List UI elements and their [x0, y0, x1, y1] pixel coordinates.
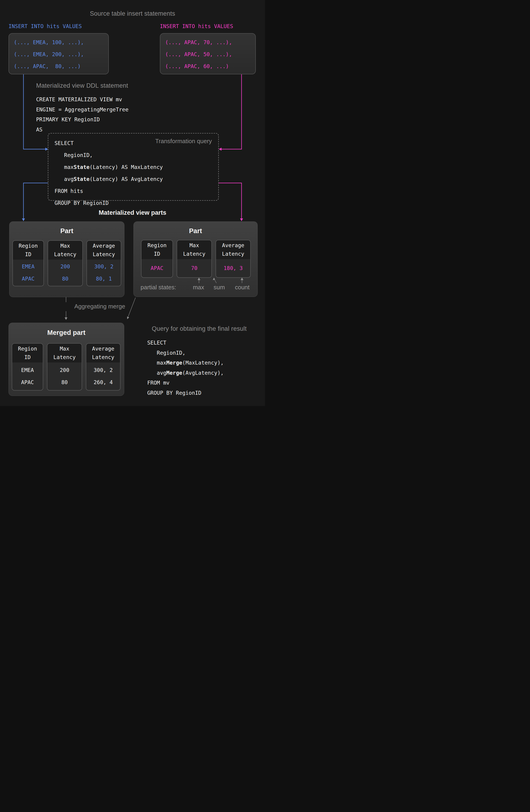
merged-part-title: Merged part: [9, 329, 124, 336]
ddl-title: Materialized view DDL statement: [36, 82, 128, 89]
column-card: Region ID EMEA APAC: [12, 240, 44, 286]
transformation-label: Transformation query: [155, 137, 212, 145]
column-header: Average Latency: [86, 344, 120, 362]
partial-annotation-count: count: [235, 284, 250, 291]
part-left-title: Part: [10, 227, 124, 235]
column-values: 70: [177, 259, 211, 277]
diagram-canvas: Source table insert statements INSERT IN…: [0, 0, 265, 406]
ddl-code: CREATE MATERIALIZED VIEW mvENGINE = Aggr…: [36, 95, 129, 135]
column-values: APAC: [142, 259, 173, 277]
column-values: EMEA APAC: [13, 260, 43, 286]
column-header: Max Latency: [48, 241, 82, 260]
column-card: Max Latency 200 80: [47, 343, 82, 391]
final-query-code: SELECT RegionID, maxMerge(MaxLatency), a…: [147, 338, 224, 398]
column-values: 200 80: [48, 260, 82, 286]
part-box-right: Part Region ID APAC Max Latency 70: [133, 221, 257, 297]
part-box-left: Part Region ID EMEA APAC Max Latency 200: [9, 221, 124, 297]
merged-part-cards: Region ID EMEA APAC Max Latency 200 80: [12, 343, 120, 391]
insert-left-box: (..., EMEA, 100, ...),(..., EMEA, 200, .…: [9, 33, 109, 74]
insert-right-label: INSERT INTO hits VALUES: [160, 23, 233, 29]
column-values: 200 80: [47, 362, 82, 390]
merged-part-box: Merged part Region ID EMEA APAC Max Late…: [9, 323, 124, 396]
column-card: Average Latency 300, 2 260, 4: [86, 343, 120, 391]
partial-annotation-max: max: [193, 284, 204, 291]
pink-out-arrowhead: [240, 218, 243, 221]
column-card: Max Latency 70: [177, 240, 212, 278]
insert-right-rows: (..., APAC, 70, ...),(..., APAC, 50, ...…: [160, 33, 255, 72]
part-right-title: Part: [134, 227, 257, 235]
merge-arrow-diagonal: [127, 298, 136, 319]
column-header: Region ID: [13, 241, 43, 260]
pink-in-connector: [219, 74, 241, 151]
part-right-cards: Region ID APAC Max Latency 70 Average: [141, 240, 251, 278]
insert-left-rows: (..., EMEA, 100, ...),(..., EMEA, 200, .…: [9, 33, 108, 72]
column-header: Max Latency: [47, 344, 82, 362]
column-card: Average Latency 300, 2 80, 1: [87, 240, 121, 286]
aggregating-merge-label: Aggregating merge: [74, 303, 125, 310]
column-header: Average Latency: [87, 241, 121, 260]
column-header: Average Latency: [216, 240, 250, 259]
pink-in-arrowhead: [219, 148, 222, 151]
partial-annotation-sum: sum: [214, 284, 225, 291]
transformation-code: SELECT RegionID, maxState(Latency) AS Ma…: [55, 137, 163, 209]
merge-arrow-left: [65, 297, 68, 320]
final-query-title: Query for obtaining the final result: [137, 325, 261, 332]
insert-left-label: INSERT INTO hits VALUES: [9, 23, 82, 29]
blue-out-arrowhead: [22, 218, 25, 221]
column-header: Region ID: [12, 344, 43, 362]
column-card: Region ID APAC: [141, 240, 173, 278]
column-values: 300, 2 260, 4: [86, 362, 120, 390]
part-left-cards: Region ID EMEA APAC Max Latency 200 80: [12, 240, 121, 286]
insert-right-box: (..., APAC, 70, ...),(..., APAC, 50, ...…: [160, 33, 256, 74]
transformation-box: Transformation query SELECT RegionID, ma…: [48, 133, 219, 201]
column-card: Region ID EMEA APAC: [12, 343, 43, 391]
page-title: Source table insert statements: [0, 10, 265, 17]
merge-arrow-left-arrowhead: [65, 317, 68, 320]
partial-states-label: partial states:: [141, 284, 176, 291]
parts-section-title: Materialized view parts: [0, 209, 265, 216]
column-values: EMEA APAC: [12, 362, 43, 390]
column-values: 300, 2 80, 1: [87, 260, 121, 286]
merge-arrow-diagonal-arrowhead: [127, 317, 129, 319]
column-header: Region ID: [142, 240, 173, 259]
column-header: Max Latency: [177, 240, 211, 259]
column-values: 180, 3: [216, 259, 250, 277]
column-card: Max Latency 200 80: [48, 240, 83, 286]
column-card: Average Latency 180, 3: [216, 240, 251, 278]
